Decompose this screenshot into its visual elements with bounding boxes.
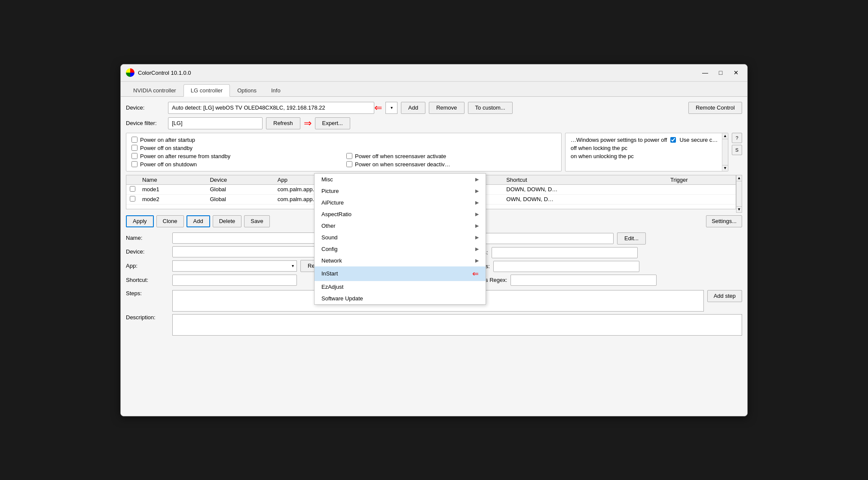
checkbox-power-on-startup: Power on after startup: [131, 137, 556, 143]
edit-button[interactable]: Edit...: [617, 232, 646, 245]
right-info-panel: …Windows power settings to power off Use…: [565, 133, 728, 171]
shortcut-label: Shortcut:: [126, 277, 169, 283]
device-filter-label: Device filter:: [126, 120, 165, 126]
context-menu: Misc ▶ Picture ▶ AiPicture ▶ AspectRatio…: [314, 173, 486, 305]
menu-picture-label: Picture: [321, 188, 339, 194]
checkbox-power-off-standby: Power off on standby: [131, 145, 556, 151]
scroll-up-btn[interactable]: ▲: [722, 133, 728, 139]
checkbox-power-on-screensaver: Power on when screensaver deactiv…: [346, 161, 556, 168]
table-scroll-down[interactable]: ▼: [737, 206, 742, 212]
expert-button[interactable]: Expert...: [315, 117, 350, 129]
checkbox-power-off-shutdown-input[interactable]: [131, 161, 138, 167]
menu-aipicture-label: AiPicture: [321, 199, 344, 206]
main-window: ColorControl 10.1.0.0 — □ ✕ NVIDIA contr…: [120, 64, 748, 416]
menu-item-misc[interactable]: Misc ▶: [315, 174, 486, 185]
description-row: Description:: [126, 314, 742, 336]
menu-item-network[interactable]: Network ▶: [315, 255, 486, 266]
device-arrow-icon: ⇐: [374, 102, 382, 113]
checkbox-power-off-standby-input[interactable]: [131, 145, 138, 151]
condition-input[interactable]: [485, 233, 614, 244]
app-icon: [126, 68, 134, 77]
excluded-processes-input[interactable]: [493, 261, 639, 272]
menu-item-sound[interactable]: Sound ▶: [315, 232, 486, 243]
lock-pc-text: off when locking the pc: [571, 145, 723, 151]
included-processes-input[interactable]: [492, 247, 638, 258]
row1-device: Global: [206, 184, 274, 194]
row1-shortcut: DOWN, DOWN, D…: [503, 184, 667, 194]
menu-item-aspectratio[interactable]: AspectRatio ▶: [315, 208, 486, 220]
remote-control-button[interactable]: Remote Control: [688, 102, 742, 114]
menu-item-aipicture[interactable]: AiPicture ▶: [315, 197, 486, 208]
menu-misc-label: Misc: [321, 176, 333, 183]
instart-arrow-icon: ⇐: [472, 269, 479, 278]
tab-bar: NVIDIA controller LG controller Options …: [121, 82, 747, 97]
checkbox-power-on-resume-label: Power on after resume from standby: [140, 153, 230, 159]
menu-item-other[interactable]: Other ▶: [315, 220, 486, 232]
connected-displays-input[interactable]: [510, 275, 657, 286]
scroll-down-btn[interactable]: ▼: [722, 165, 728, 171]
device-input[interactable]: [168, 102, 374, 114]
checkbox-power-on-resume-input[interactable]: [131, 153, 138, 159]
menu-item-picture[interactable]: Picture ▶: [315, 185, 486, 197]
apply-button[interactable]: Apply: [126, 215, 154, 227]
col-name: Name: [139, 175, 206, 185]
table-scroll-up[interactable]: ▲: [737, 175, 742, 181]
row2-name: mode2: [139, 194, 206, 204]
steps-label: Steps:: [126, 290, 169, 297]
delete-button[interactable]: Delete: [213, 215, 242, 227]
tab-lg[interactable]: LG controller: [183, 84, 230, 97]
row2-shortcut: OWN, DOWN, D…: [503, 194, 667, 204]
app-chevron-icon: ▾: [292, 263, 294, 268]
shortcut-input[interactable]: [172, 275, 297, 286]
device-row: Device: ⇐ ▾ Add Remove To custom... Remo…: [126, 102, 742, 114]
close-button[interactable]: ✕: [730, 67, 742, 78]
menu-item-config[interactable]: Config ▶: [315, 243, 486, 255]
menu-sound-label: Sound: [321, 234, 338, 241]
checkbox-power-on-startup-input[interactable]: [131, 137, 138, 143]
tab-nvidia[interactable]: NVIDIA controller: [126, 84, 183, 96]
chevron-right-icon: ▶: [475, 223, 479, 229]
menu-item-ezadjust[interactable]: EzAdjust: [315, 281, 486, 293]
question-button[interactable]: ?: [732, 133, 742, 143]
to-custom-button[interactable]: To custom...: [468, 102, 513, 114]
row2-checkbox[interactable]: [130, 196, 135, 202]
col-trigger: Trigger: [667, 175, 736, 185]
tab-info[interactable]: Info: [264, 84, 288, 96]
checkbox-power-off-screensaver-input[interactable]: [346, 153, 352, 159]
add-button[interactable]: Add: [401, 102, 425, 114]
refresh-arrow-icon: ⇒: [304, 118, 312, 129]
menu-item-instart[interactable]: InStart ⇐: [315, 266, 486, 281]
maximize-button[interactable]: □: [715, 67, 727, 78]
menu-item-software-update[interactable]: Software Update: [315, 293, 486, 304]
refresh-button[interactable]: Refresh: [266, 117, 300, 129]
menu-software-update-label: Software Update: [321, 295, 363, 302]
device-filter-input[interactable]: [168, 117, 263, 129]
chevron-right-icon: ▶: [475, 177, 479, 182]
row1-checkbox[interactable]: [130, 186, 135, 192]
add-step-button[interactable]: Add step: [707, 290, 742, 302]
remove-button[interactable]: Remove: [429, 102, 464, 114]
app-select[interactable]: ▾: [172, 260, 297, 272]
title-bar: ColorControl 10.1.0.0 — □ ✕: [121, 64, 747, 82]
add-profile-button[interactable]: Add: [186, 215, 210, 227]
row1-name: mode1: [139, 184, 206, 194]
use-secure-checkbox[interactable]: [670, 137, 676, 143]
settings-button[interactable]: Settings...: [706, 215, 742, 227]
clone-button[interactable]: Clone: [156, 215, 184, 227]
windows-power-text: …Windows power settings to power off: [571, 137, 667, 143]
name-input[interactable]: [172, 232, 331, 244]
minimize-button[interactable]: —: [699, 67, 711, 78]
device-form-label: Device:: [126, 248, 169, 255]
device-dropdown-button[interactable]: ▾: [385, 102, 397, 114]
checkbox-power-on-screensaver-input[interactable]: [346, 161, 352, 167]
s-button[interactable]: S: [732, 145, 742, 155]
tab-options[interactable]: Options: [230, 84, 264, 96]
chevron-right-icon: ▶: [475, 258, 479, 263]
content-area: Device: ⇐ ▾ Add Remove To custom... Remo…: [121, 97, 747, 416]
chevron-right-icon: ▶: [475, 188, 479, 194]
col-device: Device: [206, 175, 274, 185]
checkbox-power-off-standby-label: Power off on standby: [140, 145, 193, 151]
menu-network-label: Network: [321, 257, 342, 264]
device-filter-row: Device filter: Refresh ⇒ Expert...: [126, 117, 742, 129]
save-button[interactable]: Save: [244, 215, 270, 227]
